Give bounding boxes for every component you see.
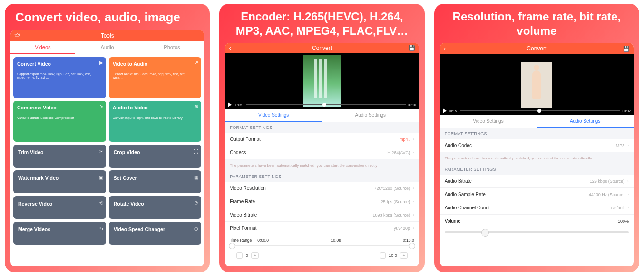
row-video-resolution[interactable]: Video Resolution 720*1280 (Source) › (225, 182, 419, 195)
back-icon[interactable]: ‹ (229, 44, 231, 52)
tab-video-settings[interactable]: Video Settings (225, 109, 322, 122)
card-reverse-video[interactable]: Reverse Video ⟲ (13, 196, 106, 219)
hero-title: Convert video, audio, image (5, 4, 210, 30)
chevron-right-icon: › (413, 226, 414, 230)
chevron-right-icon: › (413, 213, 414, 217)
timeline[interactable]: 00:15 00:32 (440, 107, 634, 115)
format-settings-header: FORMAT SETTINGS (440, 128, 634, 139)
tab-audio[interactable]: Audio (75, 41, 140, 54)
parameter-settings-header: PARAMETER SETTINGS (440, 164, 634, 175)
row-time-range: Time Range 0:00.0 10.0s 0:10.0 - 0 + - 1… (225, 235, 419, 266)
row-video-bitrate[interactable]: Video Bitrate 1093 kbps (Source) › (225, 208, 419, 222)
timeline[interactable]: 00:05 00:10 (225, 100, 419, 109)
hint-text: The parameters have been automatically m… (440, 152, 634, 164)
crown-icon[interactable] (14, 32, 20, 39)
panel: ‹ Convert 💾 00:05 00:10 Video Settings A… (225, 43, 419, 266)
tab-audio-settings[interactable]: Audio Settings (537, 115, 634, 128)
scissors-icon: ✂ (99, 149, 103, 154)
card-compress-video[interactable]: Compress Video ⇲ Variable Bitrate Lossle… (13, 101, 106, 142)
nav-title: Convert (312, 45, 332, 51)
play-icon[interactable] (443, 108, 447, 113)
back-icon[interactable]: ‹ (444, 45, 446, 52)
row-audio-bitrate[interactable]: Audio Bitrate 129 kbps (Source) › (440, 175, 634, 188)
settings-tabs: Video Settings Audio Settings (225, 109, 419, 122)
merge-icon: ⇆ (99, 226, 103, 231)
topbar-title: Tools (101, 32, 114, 39)
tovideo-icon: ⊕ (195, 104, 198, 109)
chevron-right-icon: › (627, 206, 629, 210)
chevron-right-icon: › (413, 199, 414, 204)
panel: Tools Videos Audio Photos Convert Video … (10, 30, 204, 267)
export-icon: ↗ (195, 60, 198, 65)
chevron-right-icon: › (413, 137, 414, 141)
video-thumbnail (521, 62, 552, 108)
row-frame-rate[interactable]: Frame Rate 25 fps (Source) › (225, 195, 419, 208)
format-settings-header: FORMAT SETTINGS (225, 122, 419, 133)
navbar: ‹ Convert 💾 (440, 43, 634, 54)
compress-icon: ⇲ (99, 104, 103, 109)
hint-text: The parameters have been automatically m… (225, 159, 419, 171)
card-watermark-video[interactable]: Watermark Video ▣ (13, 170, 106, 193)
speed-icon: ◷ (194, 226, 198, 231)
card-video-to-audio[interactable]: Video to Audio ↗ Extract Audio: mp3, aac… (109, 57, 202, 98)
save-icon[interactable]: 💾 (409, 45, 415, 51)
chevron-right-icon: › (627, 192, 629, 197)
navbar: ‹ Convert 💾 (225, 43, 419, 53)
play-icon[interactable] (228, 102, 232, 107)
card-merge-videos[interactable]: Merge Videos ⇆ (13, 222, 106, 245)
start-inc-button[interactable]: + (251, 252, 258, 259)
video-thumbnail (303, 55, 341, 107)
start-dec-button[interactable]: - (236, 252, 243, 259)
screenshot-tools: Convert video, audio, image Tools Videos… (5, 4, 210, 272)
card-audio-to-video[interactable]: Audio to Video ⊕ Convert mp3 to mp4, and… (109, 101, 202, 142)
card-trim-video[interactable]: Trim Video ✂ (13, 145, 106, 168)
top-tabs: Videos Audio Photos (10, 41, 204, 54)
tab-video-settings[interactable]: Video Settings (440, 115, 537, 128)
video-preview[interactable]: 00:05 00:10 (225, 53, 419, 109)
card-speed-changer[interactable]: Video Speed Changer ◷ (109, 222, 202, 245)
end-dec-button[interactable]: - (380, 252, 386, 259)
screenshot-audio-settings: Resolution, frame rate, bit rate, volume… (434, 4, 639, 272)
rotate-icon: ⟳ (195, 200, 198, 206)
card-convert-video[interactable]: Convert Video ▶ Support export mp4, mov,… (13, 57, 106, 98)
play-icon: ▶ (99, 60, 103, 65)
video-preview[interactable]: 00:15 00:32 (440, 54, 634, 115)
screenshot-video-settings: Encoder: H.265(HEVC), H.264, MP3, AAC, M… (219, 4, 424, 272)
crop-icon: ⛶ (194, 149, 198, 154)
panel: ‹ Convert 💾 00:15 00:32 Video Settings A… (440, 43, 634, 266)
tab-videos[interactable]: Videos (10, 41, 75, 54)
row-codecs[interactable]: Codecs H.264(AVC) › (225, 146, 419, 159)
topbar: Tools (10, 30, 204, 41)
tab-photos[interactable]: Photos (140, 41, 205, 54)
save-icon[interactable]: 💾 (623, 46, 630, 52)
row-output-format[interactable]: Output Format mp4↓ › (225, 133, 419, 146)
card-rotate-video[interactable]: Rotate Video ⟳ (109, 196, 202, 219)
end-inc-button[interactable]: + (400, 252, 407, 259)
hero-title: Resolution, frame rate, bit rate, volume (434, 4, 639, 43)
tools-grid: Convert Video ▶ Support export mp4, mov,… (10, 54, 204, 247)
chevron-right-icon: › (413, 150, 414, 155)
tab-audio-settings[interactable]: Audio Settings (322, 109, 419, 122)
chevron-right-icon: › (627, 179, 629, 183)
parameter-settings-header: PARAMETER SETTINGS (225, 171, 419, 182)
row-audio-codec[interactable]: Audio Codec MP3 › (440, 139, 634, 152)
row-channel-count[interactable]: Audio Channel Count Default › (440, 201, 634, 215)
cover-icon: ▦ (194, 175, 198, 180)
watermark-icon: ▣ (99, 175, 103, 180)
card-crop-video[interactable]: Crop Video ⛶ (109, 145, 202, 168)
nav-title: Convert (527, 45, 546, 52)
row-volume: Volume 100% (440, 215, 634, 227)
chevron-right-icon: › (627, 143, 629, 148)
volume-slider[interactable] (445, 231, 629, 233)
settings-tabs: Video Settings Audio Settings (440, 115, 634, 128)
row-sample-rate[interactable]: Audio Sample Rate 44100 Hz (Source) › (440, 188, 634, 201)
hero-title: Encoder: H.265(HEVC), H.264, MP3, AAC, M… (219, 4, 424, 43)
time-range-slider[interactable] (230, 245, 414, 246)
chevron-right-icon: › (413, 186, 414, 190)
row-pixel-format[interactable]: Pixel Format yuv420p › (225, 222, 419, 235)
card-set-cover[interactable]: Set Cover ▦ (109, 170, 202, 193)
reverse-icon: ⟲ (99, 200, 103, 206)
